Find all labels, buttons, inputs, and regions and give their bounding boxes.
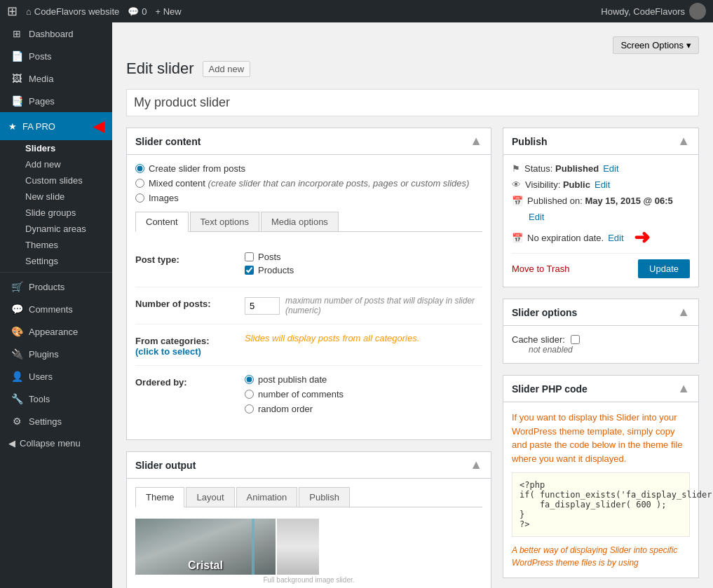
- settings-icon: ⚙: [11, 416, 23, 427]
- slider-options-toggle[interactable]: ▲: [677, 305, 690, 320]
- tab-publish[interactable]: Publish: [299, 487, 350, 507]
- checkbox-posts[interactable]: [245, 252, 254, 261]
- tab-layout[interactable]: Layout: [186, 487, 234, 507]
- slider-options-header: Slider options ▲: [503, 299, 698, 326]
- sidebar-item-pages[interactable]: 📑 Pages: [0, 90, 112, 112]
- sidebar-sub-add-new[interactable]: Add new: [0, 156, 112, 172]
- tab-content[interactable]: Content: [135, 212, 189, 232]
- separator: [0, 272, 112, 273]
- label-num-comments: number of comments: [258, 389, 344, 399]
- categories-select-link[interactable]: (click to select): [135, 346, 201, 357]
- post-type-row: Post type: Posts Products: [135, 243, 482, 287]
- status-edit-link[interactable]: Edit: [603, 163, 618, 174]
- content-tabs: Content Text options Media options: [135, 212, 482, 232]
- sidebar-sub-settings-fapro[interactable]: Settings: [0, 253, 112, 269]
- comments-link[interactable]: 💬 0: [128, 6, 147, 17]
- tab-animation[interactable]: Animation: [236, 487, 298, 507]
- radio-create-posts-input[interactable]: [135, 164, 144, 173]
- num-posts-control: maximum number of posts that will displa…: [245, 296, 482, 315]
- sidebar-item-fa-pro[interactable]: ★ FA PRO ◀: [0, 112, 112, 140]
- expiration-icon: 📅: [512, 233, 523, 243]
- slider-output-metabox: Slider output ▲ Theme Layout Animation P…: [126, 451, 491, 588]
- slider-type-options: Create slider from posts Mixed content (…: [135, 163, 482, 203]
- sidebar: ⊞ Dashboard 📄 Posts 🖼 Media 📑 Pages ★ FA…: [0, 22, 112, 588]
- collapse-menu[interactable]: ◀ Collapse menu: [0, 432, 112, 454]
- php-code-toggle[interactable]: ▲: [677, 381, 690, 396]
- calendar-icon: 📅: [512, 196, 523, 206]
- sidebar-item-products[interactable]: 🛒 Products: [0, 275, 112, 298]
- output-tabs: Theme Layout Animation Publish: [135, 487, 482, 507]
- radio-images-input[interactable]: [135, 193, 144, 203]
- tab-media-options[interactable]: Media options: [261, 212, 339, 231]
- howdy-menu[interactable]: Howdy, CodeFlavors: [601, 3, 706, 20]
- checkbox-products-item: Products: [245, 265, 482, 275]
- add-new-button[interactable]: Add new: [203, 61, 251, 77]
- publish-body: ⚑ Status: Published Edit 👁 Visibility: P…: [503, 155, 698, 287]
- sidebar-item-dashboard[interactable]: ⊞ Dashboard: [0, 22, 112, 45]
- wp-logo-icon[interactable]: ⊞: [7, 4, 18, 19]
- status-row: ⚑ Status: Published Edit: [512, 163, 690, 174]
- sidebar-sub-new-slide[interactable]: New slide: [0, 189, 112, 205]
- new-link[interactable]: + New: [155, 6, 181, 17]
- sidebar-sub-dynamic-areas[interactable]: Dynamic areas: [0, 221, 112, 237]
- radio-mixed-label: Mixed content (create slider that can in…: [149, 178, 469, 189]
- update-button[interactable]: Update: [638, 259, 690, 278]
- expiration-label: No expiration date.: [527, 233, 604, 243]
- sidebar-sub-themes[interactable]: Themes: [0, 237, 112, 253]
- cache-not-enabled: not enabled: [529, 345, 690, 355]
- sidebar-item-posts[interactable]: 📄 Posts: [0, 45, 112, 67]
- radio-images: Images: [135, 193, 482, 203]
- radio-random[interactable]: [245, 404, 254, 413]
- radio-num-comments[interactable]: [245, 390, 254, 399]
- tab-theme[interactable]: Theme: [135, 487, 184, 507]
- posts-icon: 📄: [11, 50, 23, 62]
- visibility-edit-link[interactable]: Edit: [595, 179, 610, 190]
- cache-checkbox[interactable]: [571, 335, 580, 344]
- sidebar-item-appearance[interactable]: 🎨 Appearance: [0, 320, 112, 343]
- radio-mixed-input[interactable]: [135, 179, 144, 188]
- slider-preview: Cristal: [135, 519, 482, 575]
- sidebar-sub-slide-groups[interactable]: Slide groups: [0, 205, 112, 221]
- tab-text-options[interactable]: Text options: [190, 212, 259, 231]
- expiration-edit-link[interactable]: Edit: [608, 233, 623, 243]
- site-name[interactable]: ⌂ CodeFlavors website: [26, 6, 119, 17]
- sidebar-sub-sliders[interactable]: Sliders: [0, 140, 112, 156]
- publish-toggle[interactable]: ▲: [677, 134, 690, 149]
- slider-content-body: Create slider from posts Mixed content (…: [127, 155, 491, 439]
- annotation-arrow: ➜: [634, 228, 650, 247]
- ordered-by-label: Ordered by:: [135, 374, 233, 388]
- admin-bar: ⊞ ⌂ CodeFlavors website 💬 0 + New Howdy,…: [0, 0, 713, 22]
- published-on-edit-link[interactable]: Edit: [529, 212, 544, 222]
- checkbox-posts-label: Posts: [258, 252, 281, 262]
- order-num-comments: number of comments: [245, 389, 482, 399]
- num-posts-row: Number of posts: maximum number of posts…: [135, 287, 482, 324]
- visibility-row: 👁 Visibility: Public Edit: [512, 179, 690, 190]
- num-posts-input[interactable]: [245, 297, 280, 315]
- slider-title-input[interactable]: [126, 89, 699, 116]
- sidebar-item-settings[interactable]: ⚙ Settings: [0, 410, 112, 432]
- sidebar-item-comments[interactable]: 💬 Comments: [0, 298, 112, 320]
- slider-options-body: Cache slider: not enabled: [503, 326, 698, 363]
- move-to-trash-link[interactable]: Move to Trash: [512, 264, 569, 274]
- appearance-icon: 🎨: [11, 326, 23, 337]
- slider-options-metabox: Slider options ▲ Cache slider: not enabl…: [503, 299, 699, 364]
- slider-options-title: Slider options: [512, 307, 577, 318]
- dashboard-icon: ⊞: [11, 28, 23, 39]
- publish-header: Publish ▲: [503, 128, 698, 155]
- sidebar-item-plugins[interactable]: 🔌 Plugins: [0, 343, 112, 365]
- main-content: Screen Options ▾ Edit slider Add new Sli…: [112, 22, 713, 588]
- sidebar-sub-custom-slides[interactable]: Custom slides: [0, 172, 112, 189]
- screen-options-bar: Screen Options ▾: [126, 36, 699, 54]
- checkbox-products[interactable]: [245, 266, 254, 275]
- order-radio-group: post publish date number of comments ran…: [245, 374, 482, 414]
- slider-output-toggle[interactable]: ▲: [470, 458, 482, 472]
- preview-label: Cristal: [135, 559, 276, 572]
- sidebar-item-media[interactable]: 🖼 Media: [0, 67, 112, 90]
- sidebar-item-users[interactable]: 👤 Users: [0, 365, 112, 388]
- php-code-block[interactable]: <?php if( function_exists('fa_display_sl…: [512, 472, 690, 537]
- publish-title: Publish: [512, 136, 548, 147]
- sidebar-item-tools[interactable]: 🔧 Tools: [0, 388, 112, 410]
- slider-content-toggle[interactable]: ▲: [470, 134, 482, 149]
- screen-options-button[interactable]: Screen Options ▾: [613, 36, 699, 54]
- radio-publish-date[interactable]: [245, 375, 254, 384]
